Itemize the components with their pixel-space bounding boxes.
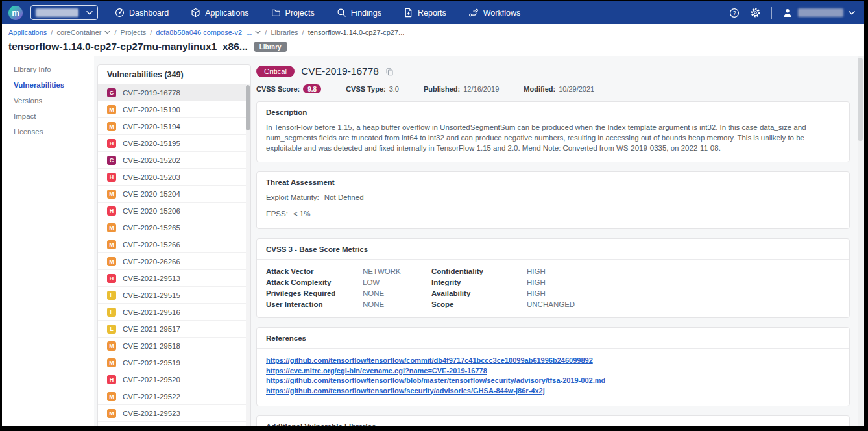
main-nav: Dashboard Applications Projects Findings… [115,8,542,18]
metric-value: HIGH [527,267,840,275]
breadcrumb-project[interactable]: dcfa8b58a046 compose-v2_... [156,29,252,36]
nav-label: Findings [351,8,381,18]
cve-title: CVE-2019-16778 [301,66,379,77]
reference-link[interactable]: https://github.com/tensorflow/tensorflow… [266,386,840,397]
metric-value: UNCHANGED [527,301,840,308]
vulnerability-list-item[interactable]: MCVE-2020-15190 [98,101,250,118]
sidebar-item-licenses[interactable]: Licenses [14,124,94,140]
nav-item-reports[interactable]: Reports [404,8,446,18]
org-selector-dropdown[interactable] [30,5,98,20]
chevron-down-icon[interactable] [255,31,261,34]
severity-badge: M [107,240,116,249]
vulnerability-list-item[interactable]: LCVE-2021-29515 [98,287,250,304]
vulnerability-list-item[interactable]: CCVE-2019-16778 [98,84,250,101]
nav-item-applications[interactable]: Applications [191,8,248,18]
nav-label: Projects [285,8,315,18]
chevron-down-icon[interactable] [104,31,110,34]
dashboard-icon [115,8,125,18]
breadcrumb-separator: / [51,29,53,36]
vulnerability-list-item[interactable]: MCVE-2021-29518 [98,338,250,354]
reports-icon [404,8,413,18]
breadcrumb-projects[interactable]: Projects [121,29,147,36]
exploit-maturity-label: Exploit Maturity: [266,193,319,201]
detail-scrollbar-thumb[interactable] [858,58,863,141]
sidebar-item-vulnerabilities[interactable]: Vulnerabilities [14,77,94,93]
severity-badge: H [107,375,116,384]
reference-link[interactable]: https://github.com/tensorflow/tensorflow… [266,356,840,366]
cvss-metrics-grid: Attack VectorNETWORKConfidentialityHIGH … [257,260,849,317]
cve-id: CVE-2021-29523 [123,410,180,417]
vulnerability-list-item[interactable]: HCVE-2021-29513 [98,270,250,287]
severity-badge: M [107,223,116,232]
vulnerability-list-item[interactable]: MCVE-2021-29523 [98,405,250,422]
nav-item-projects[interactable]: Projects [271,8,315,18]
vulnerability-list-item[interactable]: HCVE-2020-15203 [98,169,250,186]
nav-item-dashboard[interactable]: Dashboard [115,8,169,18]
metric-label: Availability [431,289,527,297]
vulnerability-list-item[interactable]: MCVE-2020-15265 [98,219,250,236]
subheader: Applications / coreContainer / Projects … [2,24,864,56]
help-icon[interactable]: ? [729,8,740,18]
user-menu[interactable] [782,8,855,18]
vulnerability-list-item[interactable]: HCVE-2020-15206 [98,203,250,219]
vulnerability-list-item[interactable]: MCVE-2020-26266 [98,253,250,270]
cve-id: CVE-2020-15266 [123,241,180,249]
breadcrumb-separator: / [265,29,267,36]
settings-gear-icon[interactable] [750,7,761,18]
mend-logo[interactable]: m [8,6,23,20]
reference-link[interactable]: https://cve.mitre.org/cgi-bin/cvename.cg… [266,366,840,376]
severity-pill: Critical [256,66,295,77]
vulnerability-list-item[interactable]: LCVE-2021-29517 [98,321,250,338]
nav-item-findings[interactable]: Findings [337,8,381,18]
vulnerability-list-item[interactable]: MCVE-2021-29524 [98,422,250,426]
severity-badge: M [107,409,116,418]
user-icon [782,8,793,18]
breadcrumb-libraries[interactable]: Libraries [271,29,298,36]
vulnerability-list-item[interactable]: HCVE-2020-15195 [98,135,250,152]
breadcrumb: Applications / coreContainer / Projects … [8,29,856,36]
vulnerability-list-item[interactable]: LCVE-2021-29516 [98,304,250,321]
vulnerability-list-item[interactable]: MCVE-2020-15204 [98,186,250,203]
org-name-redacted [36,8,78,17]
vulnerability-list-item[interactable]: MCVE-2021-29519 [98,354,250,371]
copy-icon[interactable] [385,68,394,76]
cvss-type-label: CVSS Type: [346,85,386,93]
metric-value: NONE [363,301,431,308]
sidebar-item-impact[interactable]: Impact [14,108,94,124]
severity-badge: M [107,358,116,367]
breadcrumb-applications[interactable]: Applications [8,29,47,36]
severity-badge: L [107,308,116,317]
sidebar-item-library-info[interactable]: Library Info [14,62,94,77]
list-scrollbar-thumb[interactable] [246,85,250,130]
severity-badge: L [107,291,116,300]
vulnerability-list-item[interactable]: HCVE-2021-29520 [98,371,250,388]
severity-badge: H [107,139,116,148]
cve-id: CVE-2021-29518 [123,342,180,350]
reference-link[interactable]: https://github.com/tensorflow/tensorflow… [266,376,840,386]
epss-label: EPSS: [266,210,288,217]
published-label: Published: [424,85,460,93]
vulnerability-list-item[interactable]: MCVE-2021-29522 [98,388,250,405]
cve-id: CVE-2021-29522 [123,393,180,400]
severity-badge: C [107,156,116,165]
cve-meta-row: CVSS Score:9.8 CVSS Type:3.0 Published:1… [256,84,850,93]
breadcrumb-core-container[interactable]: coreContainer [56,29,101,36]
sidebar-item-versions[interactable]: Versions [14,93,94,108]
vulnerability-list-item[interactable]: CCVE-2020-15202 [98,152,250,169]
vulnerability-list-item[interactable]: MCVE-2020-15266 [98,236,250,253]
svg-text:?: ? [733,10,736,16]
severity-badge: M [107,426,116,426]
breadcrumb-separator: / [150,29,152,36]
breadcrumb-separator: / [114,29,116,36]
modified-value: 10/29/2021 [559,85,594,93]
description-card: Description In TensorFlow before 1.15, a… [256,101,850,162]
cvss-type-value: 3.0 [389,85,399,93]
list-scrollbar[interactable] [246,84,250,426]
cve-id: CVE-2020-15190 [123,106,180,114]
nav-item-workflows[interactable]: Workflows [468,8,520,18]
vulnerability-list-item[interactable]: MCVE-2020-15194 [98,118,250,135]
cve-id: CVE-2019-16778 [123,89,180,97]
additional-libraries-title: Additional Vulnerable Libraries [257,416,849,426]
detail-scrollbar[interactable] [858,56,863,426]
page-title: tensorflow-1.14.0-cp27-cp27mu-manylinux1… [8,41,248,53]
